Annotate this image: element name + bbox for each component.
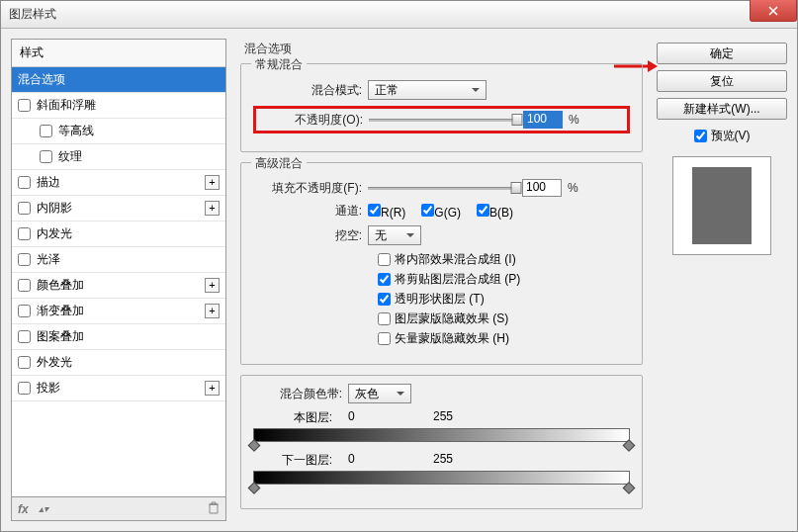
titlebar[interactable]: 图层样式 <box>1 1 797 29</box>
add-effect-button[interactable]: + <box>205 175 220 190</box>
adv-option-label: 透明形状图层 (T) <box>395 291 485 308</box>
under-high: 255 <box>433 452 518 469</box>
channels-label: 通道: <box>253 203 362 220</box>
window-title: 图层样式 <box>9 6 56 23</box>
under-layer-gradient[interactable] <box>253 471 630 485</box>
fill-opacity-slider[interactable] <box>368 181 516 195</box>
blend-if-select[interactable]: 灰色 <box>348 384 411 403</box>
under-layer-label: 下一图层: <box>253 452 348 469</box>
advanced-title: 高级混合 <box>251 155 307 172</box>
style-item-4[interactable]: 描边+ <box>12 170 225 196</box>
channel-r-label: R(R) <box>381 206 405 220</box>
style-checkbox[interactable] <box>18 330 31 343</box>
close-button[interactable] <box>750 0 797 22</box>
layer-style-dialog: 图层样式 样式 混合选项斜面和浮雕等高线纹理描边+内阴影+内发光光泽颜色叠加+渐… <box>0 0 798 532</box>
styles-footer: fx ▴▾ <box>11 497 226 521</box>
style-checkbox[interactable] <box>18 99 31 112</box>
blend-if-group: 混合颜色带: 灰色 本图层: 0 255 下一图层: 0 255 <box>240 375 643 509</box>
ok-button[interactable]: 确定 <box>657 43 787 64</box>
style-item-0[interactable]: 混合选项 <box>12 67 225 93</box>
style-label: 投影 <box>37 380 60 397</box>
adv-option-checkbox[interactable] <box>378 293 391 306</box>
options-panel: 混合选项 常规混合 混合模式: 正常 不透明度(O): 100 % <box>234 39 649 521</box>
blend-mode-select[interactable]: 正常 <box>368 80 487 100</box>
up-down-icon[interactable]: ▴▾ <box>39 503 48 514</box>
adv-option-label: 图层蒙版隐藏效果 (S) <box>395 310 508 327</box>
style-checkbox[interactable] <box>18 382 31 395</box>
style-item-5[interactable]: 内阴影+ <box>12 196 225 222</box>
style-item-8[interactable]: 颜色叠加+ <box>12 273 225 299</box>
style-item-7[interactable]: 光泽 <box>12 247 225 273</box>
style-label: 斜面和浮雕 <box>37 97 96 114</box>
adv-option-checkbox[interactable] <box>378 332 391 345</box>
adv-option-label: 将剪贴图层混合成组 (P) <box>395 271 520 288</box>
style-label: 纹理 <box>58 148 82 165</box>
adv-option-checkbox[interactable] <box>378 273 391 286</box>
general-title: 常规混合 <box>251 56 307 73</box>
adv-option-2: 透明形状图层 (T) <box>378 291 630 308</box>
channel-b-label: B(B) <box>489 206 513 220</box>
channel-b-checkbox[interactable] <box>477 204 489 217</box>
style-item-10[interactable]: 图案叠加 <box>12 324 225 350</box>
style-checkbox[interactable] <box>18 305 31 317</box>
knockout-select[interactable]: 无 <box>368 225 421 245</box>
style-item-1[interactable]: 斜面和浮雕 <box>12 93 225 119</box>
add-effect-button[interactable]: + <box>205 304 220 318</box>
style-checkbox[interactable] <box>18 176 31 189</box>
action-panel: 确定 复位 新建样式(W)... 预览(V) <box>657 39 787 521</box>
add-effect-button[interactable]: + <box>205 201 220 216</box>
new-style-button[interactable]: 新建样式(W)... <box>657 98 787 120</box>
style-item-6[interactable]: 内发光 <box>12 222 225 247</box>
style-checkbox[interactable] <box>18 356 31 369</box>
adv-option-checkbox[interactable] <box>378 253 391 266</box>
opacity-slider[interactable] <box>369 113 517 127</box>
style-label: 光泽 <box>37 251 60 268</box>
preview-label: 预览(V) <box>711 128 751 144</box>
reset-button[interactable]: 复位 <box>657 70 787 92</box>
adv-option-checkbox[interactable] <box>378 312 391 325</box>
style-label: 外发光 <box>37 354 72 371</box>
fill-opacity-label: 填充不透明度(F): <box>253 180 362 197</box>
style-label: 描边 <box>37 174 60 191</box>
style-label: 内发光 <box>37 225 72 242</box>
style-checkbox[interactable] <box>40 125 52 137</box>
add-effect-button[interactable]: + <box>205 278 220 293</box>
opacity-input[interactable]: 100 <box>523 111 563 129</box>
fill-opacity-input[interactable]: 100 <box>522 179 562 197</box>
channel-g-checkbox[interactable] <box>421 204 434 217</box>
style-checkbox[interactable] <box>18 227 31 240</box>
adv-option-label: 矢量蒙版隐藏效果 (H) <box>395 330 509 347</box>
style-checkbox[interactable] <box>18 253 31 266</box>
style-checkbox[interactable] <box>18 279 31 292</box>
preview-swatch <box>692 167 752 244</box>
style-item-3[interactable]: 纹理 <box>12 144 225 170</box>
style-item-9[interactable]: 渐变叠加+ <box>12 299 225 324</box>
styles-panel: 样式 混合选项斜面和浮雕等高线纹理描边+内阴影+内发光光泽颜色叠加+渐变叠加+图… <box>11 39 226 521</box>
style-checkbox[interactable] <box>18 202 31 215</box>
knockout-label: 挖空: <box>253 227 362 244</box>
style-checkbox[interactable] <box>40 150 52 163</box>
close-icon <box>768 6 778 16</box>
style-item-11[interactable]: 外发光 <box>12 350 225 376</box>
this-high: 255 <box>433 409 518 426</box>
advanced-blending-group: 高级混合 填充不透明度(F): 100 % 通道: R(R) G(G) B(B) <box>240 162 643 365</box>
fill-unit: % <box>568 181 578 195</box>
fx-label[interactable]: fx <box>18 502 29 516</box>
style-label: 渐变叠加 <box>37 303 84 319</box>
adv-option-4: 矢量蒙版隐藏效果 (H) <box>378 330 630 347</box>
opacity-label: 不透明度(O): <box>260 112 363 129</box>
opacity-highlight: 不透明度(O): 100 % <box>253 106 630 133</box>
style-item-12[interactable]: 投影+ <box>12 376 225 401</box>
style-item-2[interactable]: 等高线 <box>12 119 225 144</box>
channel-r-checkbox[interactable] <box>368 204 381 217</box>
style-label: 颜色叠加 <box>37 277 84 294</box>
add-effect-button[interactable]: + <box>205 381 220 396</box>
general-blending-group: 常规混合 混合模式: 正常 不透明度(O): 100 % <box>240 63 643 152</box>
styles-list: 样式 混合选项斜面和浮雕等高线纹理描边+内阴影+内发光光泽颜色叠加+渐变叠加+图… <box>11 39 226 497</box>
trash-icon[interactable] <box>208 501 220 517</box>
style-label: 等高线 <box>58 123 94 139</box>
adv-option-0: 将内部效果混合成组 (I) <box>378 251 630 268</box>
blend-if-label: 混合颜色带: <box>253 386 342 402</box>
preview-checkbox[interactable] <box>694 130 707 142</box>
this-layer-gradient[interactable] <box>253 428 630 442</box>
